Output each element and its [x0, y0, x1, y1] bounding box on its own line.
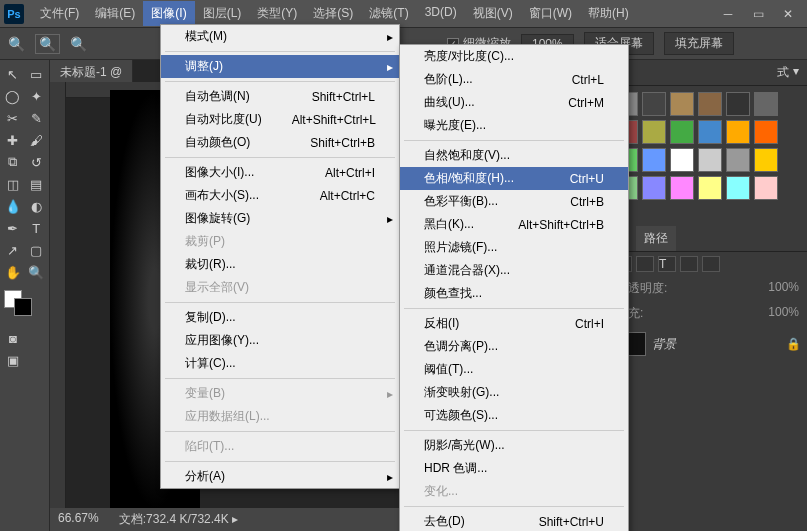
style-swatch[interactable]	[726, 176, 750, 200]
vibrance-item[interactable]: 自然饱和度(V)...	[400, 144, 628, 167]
style-swatch[interactable]	[698, 92, 722, 116]
shape-tool-icon[interactable]: ▢	[26, 240, 48, 260]
gradient-tool-icon[interactable]: ▤	[26, 174, 48, 194]
dodge-tool-icon[interactable]: ◐	[26, 196, 48, 216]
style-swatch[interactable]	[698, 120, 722, 144]
levels-item[interactable]: 色阶(L)...Ctrl+L	[400, 68, 628, 91]
zoom-in-icon[interactable]: 🔍	[35, 34, 60, 54]
panel-menu-icon[interactable]: ▾	[793, 64, 799, 81]
brush-tool-icon[interactable]: 🖌	[26, 130, 48, 150]
variables-item[interactable]: 变量(B)▸	[161, 382, 399, 405]
trap-item[interactable]: 陷印(T)...	[161, 435, 399, 458]
menu-3d[interactable]: 3D(D)	[417, 1, 465, 26]
pen-tool-icon[interactable]: ✒	[2, 218, 24, 238]
path-tool-icon[interactable]: ↗	[2, 240, 24, 260]
calculations-item[interactable]: 计算(C)...	[161, 352, 399, 375]
style-swatch[interactable]	[754, 176, 778, 200]
canvas-size-item[interactable]: 画布大小(S)...Alt+Ctrl+C	[161, 184, 399, 207]
zoom-tool2-icon[interactable]: 🔍	[26, 262, 48, 282]
stamp-tool-icon[interactable]: ⧉	[2, 152, 24, 172]
desaturate-item[interactable]: 去色(D)Shift+Ctrl+U	[400, 510, 628, 531]
style-swatch[interactable]	[670, 120, 694, 144]
reveal-all-item[interactable]: 显示全部(V)	[161, 276, 399, 299]
crop-tool-icon[interactable]: ✂	[2, 108, 24, 128]
layer-row[interactable]: 背景 🔒	[608, 326, 807, 362]
filter-smart-icon[interactable]	[702, 256, 720, 272]
opacity-value[interactable]: 100%	[768, 280, 799, 297]
minimize-button[interactable]: ─	[713, 4, 743, 24]
zoom-out-icon[interactable]: 🔍	[70, 36, 87, 52]
styles-tab[interactable]: 式	[777, 64, 789, 81]
style-swatch[interactable]	[642, 92, 666, 116]
adjustments-item[interactable]: 调整(J)▸	[161, 55, 399, 78]
duplicate-item[interactable]: 复制(D)...	[161, 306, 399, 329]
brightness-contrast-item[interactable]: 亮度/对比度(C)...	[400, 45, 628, 68]
style-swatch[interactable]	[670, 176, 694, 200]
layer-name[interactable]: 背景	[652, 336, 676, 353]
auto-color-item[interactable]: 自动颜色(O)Shift+Ctrl+B	[161, 131, 399, 154]
mode-item[interactable]: 模式(M)▸	[161, 25, 399, 48]
style-swatch[interactable]	[670, 148, 694, 172]
hdr-toning-item[interactable]: HDR 色调...	[400, 457, 628, 480]
maximize-button[interactable]: ▭	[743, 4, 773, 24]
apply-image-item[interactable]: 应用图像(Y)...	[161, 329, 399, 352]
quickmask-icon[interactable]: ◙	[2, 328, 24, 348]
background-color[interactable]	[14, 298, 32, 316]
blur-tool-icon[interactable]: 💧	[2, 196, 24, 216]
menu-image[interactable]: 图像(I)	[143, 1, 194, 26]
crop-item[interactable]: 裁剪(P)	[161, 230, 399, 253]
type-tool-icon[interactable]: T	[26, 218, 48, 238]
filter-type-icon[interactable]: T	[658, 256, 676, 272]
move-tool-icon[interactable]: ↖	[2, 64, 24, 84]
style-swatch[interactable]	[754, 92, 778, 116]
style-swatch[interactable]	[670, 92, 694, 116]
wand-tool-icon[interactable]: ✦	[26, 86, 48, 106]
shadows-highlights-item[interactable]: 阴影/高光(W)...	[400, 434, 628, 457]
style-swatch[interactable]	[698, 176, 722, 200]
trim-item[interactable]: 裁切(R)...	[161, 253, 399, 276]
hue-saturation-item[interactable]: 色相/饱和度(H)...Ctrl+U	[400, 167, 628, 190]
menu-view[interactable]: 视图(V)	[465, 1, 521, 26]
style-swatch[interactable]	[726, 120, 750, 144]
menu-type[interactable]: 类型(Y)	[249, 1, 305, 26]
style-swatch[interactable]	[698, 148, 722, 172]
history-tool-icon[interactable]: ↺	[26, 152, 48, 172]
color-balance-item[interactable]: 色彩平衡(B)...Ctrl+B	[400, 190, 628, 213]
variations-item[interactable]: 变化...	[400, 480, 628, 503]
auto-tone-item[interactable]: 自动色调(N)Shift+Ctrl+L	[161, 85, 399, 108]
style-swatch[interactable]	[754, 120, 778, 144]
style-swatch[interactable]	[726, 148, 750, 172]
posterize-item[interactable]: 色调分离(P)...	[400, 335, 628, 358]
marquee-tool-icon[interactable]: ▭	[26, 64, 48, 84]
channel-mixer-item[interactable]: 通道混合器(X)...	[400, 259, 628, 282]
hand-tool-icon[interactable]: ✋	[2, 262, 24, 282]
zoom-level[interactable]: 66.67%	[58, 511, 99, 528]
menu-filter[interactable]: 滤镜(T)	[361, 1, 416, 26]
exposure-item[interactable]: 曝光度(E)...	[400, 114, 628, 137]
menu-layer[interactable]: 图层(L)	[195, 1, 250, 26]
style-swatch[interactable]	[642, 176, 666, 200]
eyedropper-tool-icon[interactable]: ✎	[26, 108, 48, 128]
threshold-item[interactable]: 阈值(T)...	[400, 358, 628, 381]
menu-window[interactable]: 窗口(W)	[521, 1, 580, 26]
style-swatch[interactable]	[726, 92, 750, 116]
color-lookup-item[interactable]: 颜色查找...	[400, 282, 628, 305]
filter-shape-icon[interactable]	[680, 256, 698, 272]
curves-item[interactable]: 曲线(U)...Ctrl+M	[400, 91, 628, 114]
apply-dataset-item[interactable]: 应用数据组(L)...	[161, 405, 399, 428]
style-swatch[interactable]	[642, 120, 666, 144]
menu-edit[interactable]: 编辑(E)	[87, 1, 143, 26]
gradient-map-item[interactable]: 渐变映射(G)...	[400, 381, 628, 404]
fill-screen-button[interactable]: 填充屏幕	[664, 32, 734, 55]
style-swatch[interactable]	[754, 148, 778, 172]
eraser-tool-icon[interactable]: ◫	[2, 174, 24, 194]
selective-color-item[interactable]: 可选颜色(S)...	[400, 404, 628, 427]
screenmode-icon[interactable]: ▣	[2, 350, 24, 370]
filter-adjust-icon[interactable]	[636, 256, 654, 272]
close-button[interactable]: ✕	[773, 4, 803, 24]
image-size-item[interactable]: 图像大小(I)...Alt+Ctrl+I	[161, 161, 399, 184]
photo-filter-item[interactable]: 照片滤镜(F)...	[400, 236, 628, 259]
invert-item[interactable]: 反相(I)Ctrl+I	[400, 312, 628, 335]
fill-value[interactable]: 100%	[768, 305, 799, 322]
menu-select[interactable]: 选择(S)	[305, 1, 361, 26]
